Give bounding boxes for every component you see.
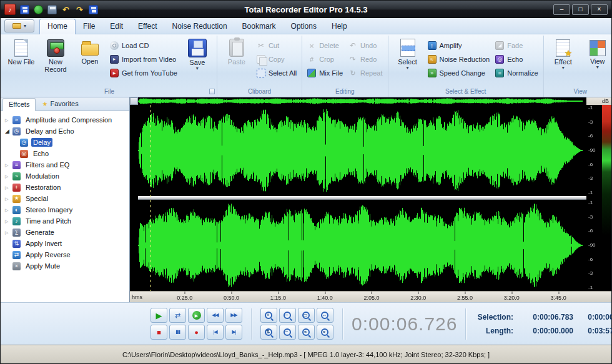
app-icon[interactable]: ♪ xyxy=(4,4,16,15)
tab-favorites[interactable]: ★ Favorites xyxy=(36,97,84,111)
open-button[interactable]: Open xyxy=(74,37,106,86)
record-icon[interactable] xyxy=(34,5,43,14)
tab-effects[interactable]: Effcets xyxy=(2,98,36,111)
tree-item-amplitude-and-compression[interactable]: ▷ Amplitude and Compression xyxy=(1,114,129,125)
tree-item-generate[interactable]: ▷ Generate xyxy=(1,227,129,238)
tree-item-delay[interactable]: Delay xyxy=(1,137,129,148)
noise-reduction-button[interactable]: Noise Reduction xyxy=(426,54,492,65)
stop-button[interactable]: ■ xyxy=(151,325,167,340)
zoom-left-button[interactable]: « xyxy=(298,325,315,340)
expand-arrow-icon[interactable]: ▷ xyxy=(5,197,12,201)
tree-item-apply-mute[interactable]: Apply Mute xyxy=(1,260,129,272)
crop-button[interactable]: Crop xyxy=(305,54,345,65)
expand-arrow-icon[interactable]: ▷ xyxy=(5,219,12,224)
zoom-in-button[interactable]: + xyxy=(260,308,277,323)
undo-button[interactable]: Undo xyxy=(347,40,384,51)
tab-effect[interactable]: Effect xyxy=(131,19,164,34)
cut-button[interactable]: Cut xyxy=(255,40,299,51)
zoom-out-button[interactable]: − xyxy=(279,308,296,323)
tree-item-filters-and-eq[interactable]: ▷ Filters and EQ xyxy=(1,159,129,170)
repeat-button[interactable]: Repeat xyxy=(347,67,384,79)
file-dialog-launcher[interactable] xyxy=(209,89,215,94)
load-cd-button[interactable]: Load CD xyxy=(108,40,179,51)
save-icon[interactable] xyxy=(20,5,29,14)
waveform-plot[interactable] xyxy=(138,105,586,291)
new-record-button[interactable]: New Record xyxy=(39,37,72,86)
tree-item-special[interactable]: ▷ Special xyxy=(1,193,129,204)
effect-button[interactable]: Effect ▾ xyxy=(547,37,580,86)
undo-arrow-icon xyxy=(348,41,357,50)
previous-button[interactable]: |◀ xyxy=(207,325,224,340)
new-file-button[interactable]: New File xyxy=(5,37,37,86)
ruler-tick: 1:15.0 xyxy=(270,295,286,301)
tab-help[interactable]: Help xyxy=(324,19,355,34)
tree-item-time-and-pitch[interactable]: ▷ Time and Pitch xyxy=(1,215,129,227)
fade-button[interactable]: Fade xyxy=(493,40,540,51)
save-as-icon[interactable] xyxy=(89,5,98,14)
expand-arrow-icon[interactable]: ▷ xyxy=(5,230,12,235)
zoom-full-button[interactable]: ↔ xyxy=(317,308,333,323)
zoom-selection-button[interactable]: ▭ xyxy=(298,308,315,323)
import-from-video-button[interactable]: Import from Video xyxy=(108,54,179,65)
redo-button[interactable]: Redo xyxy=(347,54,384,65)
view-button[interactable]: View ▾ xyxy=(581,37,612,86)
mix-file-button[interactable]: Mix File xyxy=(305,67,345,79)
tab-options[interactable]: Options xyxy=(284,19,324,34)
waveform-channel-right[interactable] xyxy=(138,200,586,291)
zoom-vertical-out-button[interactable]: − xyxy=(279,325,296,340)
tab-bookmark[interactable]: Bookmark xyxy=(235,19,284,34)
expand-arrow-icon[interactable]: ▷ xyxy=(5,163,12,167)
waveform-scroll-button[interactable] xyxy=(130,97,138,105)
close-button[interactable]: × xyxy=(591,4,608,15)
tree-item-stereo-imagery[interactable]: ▷ Stereo Imagery xyxy=(1,204,129,215)
application-menu-button[interactable]: ▾ xyxy=(4,19,34,32)
select-button[interactable]: Select ▾ xyxy=(392,37,424,86)
expand-arrow-icon[interactable]: ▷ xyxy=(5,185,12,190)
copy-button[interactable]: Copy xyxy=(255,54,299,65)
waveform-channel-left[interactable] xyxy=(138,105,586,196)
minimize-button[interactable]: – xyxy=(553,4,570,15)
playback-cursor[interactable] xyxy=(151,105,151,291)
maximize-button[interactable]: □ xyxy=(572,4,589,15)
ribbon-group-view: Effect ▾ View ▾ View xyxy=(544,36,612,97)
rewind-button[interactable]: ◀◀ xyxy=(207,308,224,323)
get-from-youtube-button[interactable]: Get from YouTube xyxy=(108,67,179,79)
print-icon[interactable] xyxy=(47,5,57,14)
tab-home[interactable]: Home xyxy=(39,19,76,34)
record-button[interactable]: ● xyxy=(188,325,205,340)
collapse-arrow-icon[interactable]: ◢ xyxy=(5,129,12,134)
tree-item-restoration[interactable]: ▷ Restoration xyxy=(1,182,129,193)
tree-item-apply-invert[interactable]: Apply Invert xyxy=(1,238,129,249)
redo-icon[interactable]: ↷ xyxy=(75,5,84,14)
tree-item-echo[interactable]: Echo xyxy=(1,148,129,159)
expand-arrow-icon[interactable]: ▷ xyxy=(5,174,12,179)
play-button[interactable]: ▶ xyxy=(151,308,167,323)
select-all-button[interactable]: Select All xyxy=(255,67,299,79)
echo-button[interactable]: Echo xyxy=(493,54,540,65)
zoom-vertical-in-button[interactable]: ⇅ xyxy=(260,325,277,340)
amplify-button[interactable]: Amplify xyxy=(426,40,492,51)
time-ruler[interactable]: hms 0:25.00:50.01:15.01:40.02:05.02:30.0… xyxy=(130,291,611,302)
tab-edit[interactable]: Edit xyxy=(102,19,131,34)
overview-waveform[interactable] xyxy=(138,97,586,105)
tree-item-modulation[interactable]: ▷ Modulation xyxy=(1,170,129,182)
save-button[interactable]: Save ▾ xyxy=(181,37,214,86)
chevron-down-icon: ▾ xyxy=(596,65,599,70)
expand-arrow-icon[interactable]: ▷ xyxy=(5,208,12,212)
tree-item-apply-reverse[interactable]: Apply Reverse xyxy=(1,249,129,260)
zoom-right-button[interactable]: » xyxy=(317,325,333,340)
next-button[interactable]: ▶| xyxy=(225,325,242,340)
delete-button[interactable]: Delete xyxy=(305,40,345,51)
speed-change-button[interactable]: Speed Change xyxy=(426,67,492,79)
play-selection-button[interactable]: ▶ xyxy=(188,308,205,323)
pause-button[interactable]: ▮▮ xyxy=(169,325,186,340)
fast-forward-button[interactable]: ▶▶ xyxy=(225,308,242,323)
normalize-button[interactable]: Normalize xyxy=(493,67,540,79)
tree-item-delay-and-echo[interactable]: ◢ Delay and Echo xyxy=(1,125,129,137)
tab-noise-reduction[interactable]: Noise Reduction xyxy=(165,19,235,34)
paste-button[interactable]: Paste xyxy=(220,37,253,86)
expand-arrow-icon[interactable]: ▷ xyxy=(5,118,12,122)
tab-file[interactable]: File xyxy=(76,19,102,34)
undo-icon[interactable]: ↶ xyxy=(61,5,71,14)
loop-button[interactable]: ⇄ xyxy=(169,308,186,323)
